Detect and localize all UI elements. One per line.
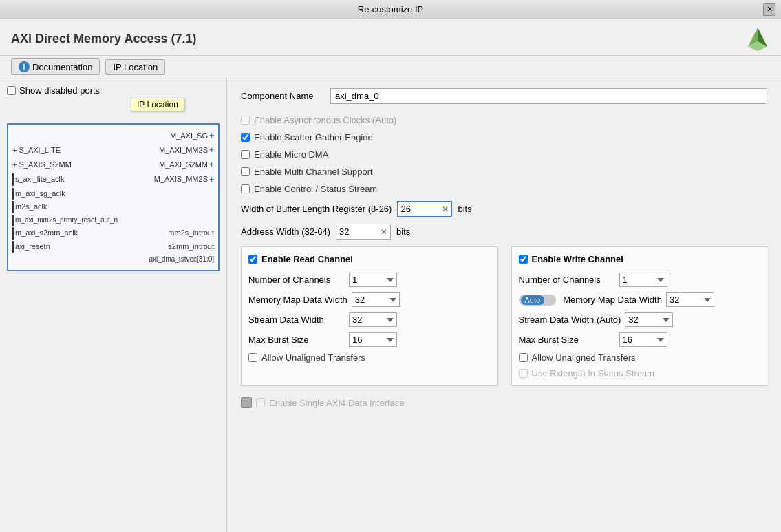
close-button[interactable]: ✕: [763, 3, 775, 16]
write-allow-unaligned-label: Allow Unaligned Transfers: [532, 352, 636, 363]
diagram-row: m2s_aclk: [12, 200, 214, 214]
read-num-channels-select[interactable]: 124816: [349, 273, 397, 287]
read-channel-header: Enable Read Channel: [248, 254, 490, 264]
documentation-button[interactable]: i Documentation: [11, 58, 100, 75]
app-title: AXI Direct Memory Access (7.1): [11, 32, 196, 46]
read-max-burst-label: Max Burst Size: [248, 334, 345, 345]
component-name-row: Component Name: [241, 88, 767, 104]
enable-multi-row: Enable Multi Channel Support: [241, 167, 767, 177]
diagram-row: axi_resetn s2mm_introut: [12, 240, 214, 254]
write-max-burst-select[interactable]: 2481632: [619, 332, 667, 347]
app-header: AXI Direct Memory Access (7.1): [0, 19, 781, 56]
plus-m-axi-sg[interactable]: +: [209, 129, 214, 142]
enable-async-label: Enable Asynchronous Clocks (Auto): [254, 115, 396, 125]
read-mm-data-width-select[interactable]: 3264128256512: [352, 292, 400, 307]
diagram-row: axi_dma_tstvec[31:0]: [12, 253, 214, 266]
read-mm-data-width-label: Memory Map Data Width: [248, 295, 347, 305]
address-width-row: Address Width (32-64) ✕ bits: [241, 224, 767, 240]
buffer-width-label: Width of Buffer Length Register (8-26): [241, 204, 392, 214]
diagram-row: + S_AXI_LITE M_AXI_MM2S +: [12, 143, 214, 158]
use-rxlength-row: Use Rxlength In Status Stream: [519, 368, 760, 379]
read-max-burst-select[interactable]: 2481632: [349, 332, 397, 347]
read-mm-data-width-row: Memory Map Data Width 3264128256512: [248, 292, 490, 307]
show-disabled-row: Show disabled ports: [7, 85, 220, 96]
enable-scatter-checkbox[interactable]: [241, 133, 250, 142]
xilinx-logo: [745, 26, 770, 51]
component-name-input[interactable]: [330, 88, 767, 104]
buffer-width-row: Width of Buffer Length Register (8-26) ✕…: [241, 201, 767, 217]
enable-micro-checkbox[interactable]: [241, 150, 250, 159]
plus-m-axis-mm2s[interactable]: +: [209, 173, 214, 187]
show-disabled-checkbox[interactable]: [7, 86, 16, 95]
enable-single-axi4-checkbox[interactable]: [256, 398, 265, 407]
ip-location-button[interactable]: IP Location: [105, 59, 165, 75]
enable-multi-label: Enable Multi Channel Support: [254, 167, 373, 177]
read-num-channels-label: Number of Channels: [248, 275, 345, 285]
info-icon: i: [19, 61, 30, 72]
diagram-row: M_AXI_SG +: [12, 129, 214, 143]
auto-toggle[interactable]: Auto: [519, 295, 557, 306]
write-channel-panel: Enable Write Channel Number of Channels …: [511, 246, 768, 386]
enable-control-label: Enable Control / Status Stream: [254, 184, 377, 194]
read-allow-unaligned-checkbox[interactable]: [248, 353, 257, 362]
title-bar: Re-customize IP ✕: [0, 0, 781, 19]
toggle-off: [546, 299, 554, 301]
ip-location-badge: IP Location: [131, 98, 184, 111]
enable-async-row: Enable Asynchronous Clocks (Auto): [241, 115, 767, 125]
enable-write-checkbox[interactable]: [519, 255, 528, 264]
enable-scatter-label: Enable Scatter Gather Engine: [254, 132, 373, 142]
right-panel: Component Name Enable Asynchronous Clock…: [227, 78, 781, 532]
address-width-field: ✕: [336, 224, 391, 240]
show-disabled-label: Show disabled ports: [19, 85, 100, 96]
diagram-row: m_axi_s2mm_aclk mm2s_introut: [12, 226, 214, 240]
footer-section: Enable Single AXI4 Data Interface: [241, 397, 767, 408]
enable-single-axi4-label: Enable Single AXI4 Data Interface: [269, 398, 405, 408]
buffer-width-input[interactable]: [398, 202, 439, 216]
write-mm-data-width-select[interactable]: 3264128256512: [666, 292, 714, 307]
enable-control-row: Enable Control / Status Stream: [241, 184, 767, 194]
write-num-channels-label: Number of Channels: [519, 275, 615, 285]
use-rxlength-label: Use Rxlength In Status Stream: [532, 368, 654, 379]
enable-control-checkbox[interactable]: [241, 184, 250, 193]
diagram-row: + S_AXIS_S2MM M_AXI_S2MM +: [12, 158, 214, 172]
enable-scatter-row: Enable Scatter Gather Engine: [241, 132, 767, 142]
enable-read-checkbox[interactable]: [248, 255, 257, 264]
enable-multi-checkbox[interactable]: [241, 167, 250, 176]
enable-async-checkbox[interactable]: [241, 116, 250, 125]
read-max-burst-row: Max Burst Size 2481632: [248, 332, 490, 347]
read-allow-unaligned-label: Allow Unaligned Transfers: [261, 352, 365, 363]
read-channel-label: Enable Read Channel: [261, 254, 353, 264]
address-width-input[interactable]: [336, 224, 378, 239]
address-width-clear[interactable]: ✕: [378, 227, 390, 237]
address-width-unit: bits: [396, 226, 410, 237]
write-channel-label: Enable Write Channel: [532, 254, 623, 264]
toolbar: i Documentation IP Location: [0, 56, 781, 78]
title-bar-text: Re-customize IP: [358, 4, 423, 14]
read-allow-unaligned-row: Allow Unaligned Transfers: [248, 352, 490, 363]
write-num-channels-row: Number of Channels 124816: [519, 273, 760, 287]
address-width-label: Address Width (32-64): [241, 226, 330, 237]
auto-toggle-knob: Auto: [521, 295, 545, 305]
write-stream-data-width-select[interactable]: 3264128256512: [625, 312, 673, 327]
read-stream-data-width-select[interactable]: 3264128256512: [349, 312, 397, 327]
buffer-width-unit: bits: [458, 204, 471, 214]
ip-diagram: M_AXI_SG + + S_AXI_LITE M_AXI_MM2S + + S…: [7, 123, 220, 271]
plus-m-axi-s2mm[interactable]: +: [209, 158, 214, 171]
write-num-channels-select[interactable]: 124816: [619, 273, 667, 287]
channels-section: Enable Read Channel Number of Channels 1…: [241, 246, 767, 386]
write-allow-unaligned-checkbox[interactable]: [519, 353, 528, 362]
write-max-burst-row: Max Burst Size 2481632: [519, 332, 760, 347]
buffer-width-clear[interactable]: ✕: [439, 204, 451, 214]
left-panel: Show disabled ports IP Location M_AXI_SG…: [0, 78, 227, 532]
write-mm-data-width-label: Memory Map Data Width: [563, 295, 662, 305]
diagram-row: s_axi_lite_aclk M_AXIS_MM2S +: [12, 173, 214, 187]
enable-micro-label: Enable Micro DMA: [254, 149, 328, 160]
write-allow-unaligned-row: Allow Unaligned Transfers: [519, 352, 760, 363]
use-rxlength-checkbox[interactable]: [519, 369, 528, 378]
read-stream-data-width-label: Stream Data Width: [248, 315, 345, 325]
diagram-row: m_axi_sg_aclk: [12, 187, 214, 201]
documentation-label: Documentation: [32, 62, 92, 72]
enable-micro-row: Enable Micro DMA: [241, 149, 767, 160]
plus-m-axi-mm2s[interactable]: +: [209, 144, 214, 157]
read-stream-data-width-row: Stream Data Width 3264128256512: [248, 312, 490, 327]
